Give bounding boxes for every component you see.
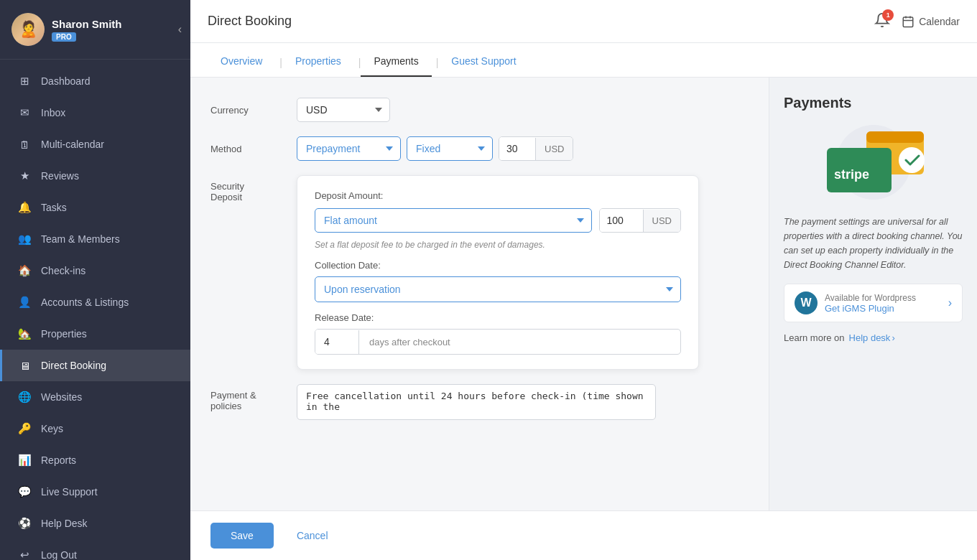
main-content: Direct Booking 1 Calendar Overview | Pro… bbox=[190, 0, 977, 560]
account-icon: 👤 bbox=[17, 294, 32, 310]
form-actions: Save Cancel bbox=[190, 510, 977, 560]
sidebar-item-label: Reviews bbox=[41, 170, 79, 182]
wordpress-info: Available for Wordpress Get iGMS Plugin bbox=[825, 293, 948, 314]
top-bar: Direct Booking 1 Calendar bbox=[190, 0, 977, 43]
direct-booking-icon: 🖥 bbox=[17, 358, 32, 373]
reports-icon: 📊 bbox=[17, 452, 32, 468]
sidebar-item-help-desk[interactable]: ⚽ Help Desk bbox=[0, 508, 190, 539]
sidebar-item-direct-booking[interactable]: 🖥 Direct Booking bbox=[0, 350, 190, 381]
tab-overview[interactable]: Overview bbox=[208, 47, 275, 77]
properties-icon: 🏡 bbox=[17, 326, 32, 342]
save-button[interactable]: Save bbox=[210, 523, 274, 549]
wordpress-arrow-icon: › bbox=[948, 297, 952, 309]
notification-count: 1 bbox=[882, 9, 894, 21]
sidebar-item-live-support[interactable]: 💬 Live Support bbox=[0, 476, 190, 508]
star-icon: ★ bbox=[17, 168, 32, 184]
sidebar-item-label: Direct Booking bbox=[41, 360, 106, 371]
sidebar-item-check-ins[interactable]: 🏠 Check-ins bbox=[0, 255, 190, 286]
svg-text:stripe: stripe bbox=[834, 167, 869, 182]
avatar: 🙎 bbox=[11, 13, 45, 46]
svg-rect-6 bbox=[866, 131, 924, 143]
help-icon: ⚽ bbox=[17, 515, 32, 531]
deposit-input-row: Flat amount Percentage USD bbox=[315, 208, 681, 233]
dashboard-icon: ⊞ bbox=[17, 73, 32, 89]
sidebar-item-label: Multi-calendar bbox=[41, 139, 104, 150]
sidebar-item-label: Keys bbox=[41, 423, 63, 434]
username: Sharon Smith bbox=[52, 18, 122, 30]
method-currency-label: USD bbox=[535, 138, 573, 160]
sidebar: 🙎 Sharon Smith PRO ‹ ⊞ Dashboard ✉ Inbox… bbox=[0, 0, 190, 560]
sidebar-item-reviews[interactable]: ★ Reviews bbox=[0, 160, 190, 192]
right-panel-title: Payments bbox=[784, 95, 963, 111]
sidebar-item-tasks[interactable]: 🔔 Tasks bbox=[0, 192, 190, 223]
sidebar-item-label: Check-ins bbox=[41, 265, 85, 276]
sidebar-item-dashboard[interactable]: ⊞ Dashboard bbox=[0, 65, 190, 97]
notification-button[interactable]: 1 bbox=[874, 12, 890, 31]
deposit-card: Deposit Amount: Flat amount Percentage U… bbox=[297, 175, 699, 370]
calendar-icon: 🗓 bbox=[17, 136, 32, 152]
sidebar-header: 🙎 Sharon Smith PRO ‹ bbox=[0, 0, 190, 60]
release-days-suffix: days after checkout bbox=[358, 330, 460, 354]
sidebar-nav: ⊞ Dashboard ✉ Inbox 🗓 Multi-calendar ★ R… bbox=[0, 60, 190, 560]
sidebar-item-accounts-listings[interactable]: 👤 Accounts & Listings bbox=[0, 286, 190, 318]
websites-icon: 🌐 bbox=[17, 389, 32, 405]
helpdesk-row: Learn more on Help desk › bbox=[784, 332, 963, 343]
deposit-amount-title: Deposit Amount: bbox=[315, 190, 681, 201]
release-date-input-row: days after checkout bbox=[315, 329, 681, 355]
collection-date-select[interactable]: Upon reservation Day before check-in bbox=[315, 276, 681, 302]
tab-bar: Overview | Properties | Payments | Guest… bbox=[190, 43, 977, 78]
calendar-button[interactable]: Calendar bbox=[902, 15, 960, 28]
stripe-graphic: stripe bbox=[805, 123, 942, 202]
helpdesk-arrow-icon: › bbox=[892, 332, 894, 343]
release-days-input[interactable] bbox=[315, 330, 358, 354]
sidebar-item-properties[interactable]: 🏡 Properties bbox=[0, 318, 190, 350]
sidebar-item-label: Tasks bbox=[41, 202, 67, 213]
sidebar-item-label: Help Desk bbox=[41, 518, 88, 529]
tab-guest-support[interactable]: Guest Support bbox=[438, 47, 529, 77]
tab-payments[interactable]: Payments bbox=[361, 47, 431, 77]
inbox-icon: ✉ bbox=[17, 105, 32, 121]
method-fixed-select[interactable]: Fixed bbox=[407, 136, 493, 161]
sidebar-item-label: Properties bbox=[41, 328, 87, 340]
security-deposit-label: SecurityDeposit bbox=[210, 175, 297, 202]
svg-rect-0 bbox=[903, 17, 913, 27]
wordpress-title: Available for Wordpress bbox=[825, 293, 948, 303]
tab-properties[interactable]: Properties bbox=[282, 47, 354, 77]
deposit-amount-input[interactable] bbox=[600, 209, 643, 232]
sidebar-item-team-members[interactable]: 👥 Team & Members bbox=[0, 223, 190, 255]
deposit-helper-text: Set a flat deposit fee to be charged in … bbox=[315, 240, 681, 250]
sidebar-item-label: Dashboard bbox=[41, 75, 91, 87]
right-panel: Payments stripe bbox=[769, 78, 977, 510]
form-area: Currency USD EUR GBP Method Prepayment F… bbox=[190, 78, 769, 510]
sidebar-collapse-button[interactable]: ‹ bbox=[178, 23, 182, 36]
collection-date-label: Collection Date: bbox=[315, 260, 681, 271]
support-icon: 💬 bbox=[17, 484, 32, 500]
igms-plugin-link[interactable]: Get iGMS Plugin bbox=[825, 303, 948, 314]
wordpress-icon: W bbox=[795, 291, 818, 314]
keys-icon: 🔑 bbox=[17, 421, 32, 437]
sidebar-item-log-out[interactable]: ↩ Log Out bbox=[0, 539, 190, 560]
sidebar-item-websites[interactable]: 🌐 Websites bbox=[0, 381, 190, 413]
sidebar-item-label: Live Support bbox=[41, 486, 98, 498]
wordpress-row: W Available for Wordpress Get iGMS Plugi… bbox=[784, 284, 963, 322]
currency-select[interactable]: USD EUR GBP bbox=[297, 98, 390, 122]
helpdesk-link[interactable]: Help desk bbox=[849, 332, 891, 343]
policy-textarea[interactable]: Free cancellation until 24 hours before … bbox=[297, 384, 656, 420]
currency-label: Currency bbox=[210, 105, 297, 116]
cancel-button[interactable]: Cancel bbox=[282, 523, 343, 549]
sidebar-item-label: Inbox bbox=[41, 107, 65, 118]
svg-point-10 bbox=[899, 147, 925, 173]
team-icon: 👥 bbox=[17, 231, 32, 247]
bell-icon: 🔔 bbox=[17, 200, 32, 215]
sidebar-item-inbox[interactable]: ✉ Inbox bbox=[0, 97, 190, 129]
deposit-currency-label: USD bbox=[643, 210, 680, 232]
sidebar-item-multi-calendar[interactable]: 🗓 Multi-calendar bbox=[0, 129, 190, 160]
page-body: Currency USD EUR GBP Method Prepayment F… bbox=[190, 78, 977, 510]
calendar-label: Calendar bbox=[919, 16, 960, 27]
sidebar-item-reports[interactable]: 📊 Reports bbox=[0, 444, 190, 476]
deposit-type-select[interactable]: Flat amount Percentage bbox=[315, 208, 592, 233]
helpdesk-prefix: Learn more on bbox=[784, 332, 845, 343]
method-value-input[interactable] bbox=[499, 137, 535, 160]
method-prepayment-select[interactable]: Prepayment bbox=[297, 136, 401, 161]
sidebar-item-keys[interactable]: 🔑 Keys bbox=[0, 413, 190, 444]
